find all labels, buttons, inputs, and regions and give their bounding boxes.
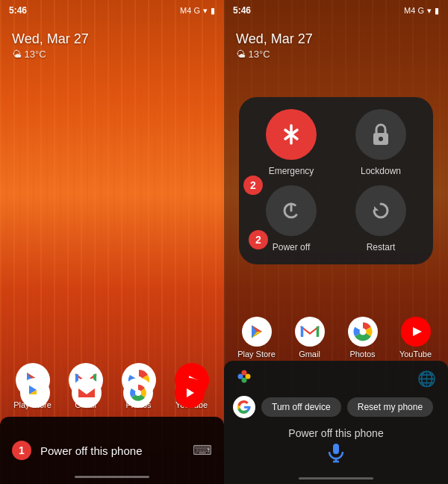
right-home-indicator: [299, 477, 373, 480]
svg-point-33: [246, 374, 251, 379]
partial-icon-2: [72, 378, 102, 408]
left-status-bar: 5:46 M4 G ▾ ▮: [0, 0, 224, 21]
right-weather: 🌤 13°C: [236, 49, 313, 60]
svg-point-34: [242, 378, 247, 383]
left-status-icons: M4 G ▾ ▮: [180, 6, 215, 16]
right-play-store[interactable]: Play Store: [235, 317, 279, 359]
left-keyboard-icon: ⌨: [193, 442, 212, 459]
svg-marker-14: [187, 388, 194, 397]
right-gmail-icon: [295, 317, 325, 347]
svg-point-16: [379, 137, 383, 141]
right-youtube-icon: [401, 317, 431, 347]
left-bottom-content: 1 Power off this phone ⌨: [12, 441, 212, 460]
emergency-btn[interactable]: Emergency: [251, 109, 332, 176]
right-gmail[interactable]: Gmail: [288, 317, 332, 359]
svg-point-13: [135, 390, 141, 396]
svg-marker-19: [374, 206, 379, 211]
poweroff-icon: [266, 185, 317, 236]
right-photos-label: Photos: [349, 350, 375, 359]
left-home-indicator: [75, 476, 149, 478]
right-date: Wed, Mar 27: [236, 31, 313, 47]
right-youtube[interactable]: YouTube: [394, 317, 438, 359]
right-play-store-icon: [242, 317, 272, 347]
left-step-badge: 1: [12, 441, 31, 460]
right-status-time: 5:46: [233, 5, 251, 16]
globe-icon[interactable]: 🌐: [417, 370, 436, 388]
partial-icon-4: [175, 378, 205, 408]
left-bottom-bar: 1 Power off this phone ⌨: [0, 417, 224, 484]
microphone-icon[interactable]: [224, 441, 448, 468]
right-play-store-label: Play Store: [237, 350, 276, 359]
svg-rect-35: [333, 444, 339, 454]
right-phone: 5:46 M4 G ▾ ▮ Wed, Mar 27 🌤 13°C Emergen…: [224, 0, 448, 484]
right-youtube-label: YouTube: [399, 350, 432, 359]
left-phone: 5:46 M4 G ▾ ▮ Wed, Mar 27 🌤 13°C Play St…: [0, 0, 224, 484]
svg-rect-26: [316, 326, 319, 337]
left-date-widget: Wed, Mar 27 🌤 13°C: [12, 31, 89, 60]
right-wifi-icon: ▾: [427, 6, 432, 16]
right-status-icons: M4 G ▾ ▮: [404, 6, 439, 16]
right-photos[interactable]: Photos: [341, 317, 385, 359]
step2-overlay-badge: 2: [249, 230, 268, 249]
partial-icon-3: [123, 378, 153, 408]
action-buttons-row: Turn off device Reset my phone: [224, 393, 448, 421]
left-date: Wed, Mar 27: [12, 31, 89, 47]
svg-point-32: [242, 370, 247, 376]
svg-point-28: [359, 329, 366, 335]
poweroff-label: Power off: [273, 242, 310, 252]
partial-icon-1: [20, 378, 50, 408]
svg-point-31: [238, 374, 243, 379]
left-weather: 🌤 13°C: [12, 49, 89, 60]
reset-my-phone-btn[interactable]: Reset my phone: [347, 397, 433, 417]
lockdown-icon: [355, 109, 406, 160]
google-g-button[interactable]: [233, 396, 255, 418]
step2-badge: 2: [243, 176, 263, 195]
power-menu: Emergency Lockdown 2 Power off: [239, 97, 433, 264]
right-photos-icon: [348, 317, 378, 347]
google-dots-icon: [236, 368, 252, 388]
assistant-row: 🌐: [224, 361, 448, 393]
right-app-row: Play Store Gmail Photos YouTube: [224, 317, 448, 359]
right-gmail-label: Gmail: [299, 350, 320, 359]
lockdown-btn[interactable]: Lockdown: [340, 109, 421, 176]
left-status-time: 5:46: [9, 5, 27, 16]
right-date-widget: Wed, Mar 27 🌤 13°C: [236, 31, 313, 60]
lockdown-label: Lockdown: [361, 166, 401, 176]
right-bottom-panel: 🌐 Turn off device Reset my phone Power o…: [224, 361, 448, 484]
restart-label: Restart: [367, 242, 396, 252]
emergency-icon: [266, 109, 317, 160]
right-status-bar: 5:46 M4 G ▾ ▮: [224, 0, 448, 21]
restart-icon: [355, 185, 406, 236]
turn-off-device-btn[interactable]: Turn off device: [261, 397, 341, 417]
left-bottom-text: Power off this phone: [40, 444, 142, 457]
left-partial-row: [0, 378, 224, 412]
battery-icon: ▮: [211, 6, 215, 16]
carrier-icon: M4 G: [180, 6, 200, 15]
wifi-icon: ▾: [203, 6, 208, 16]
right-carrier-icon: M4 G: [404, 6, 424, 15]
restart-btn[interactable]: Restart: [340, 185, 421, 252]
right-bottom-query: Power off this phone: [224, 421, 448, 441]
svg-rect-25: [300, 326, 303, 337]
right-battery-icon: ▮: [435, 6, 439, 16]
emergency-label: Emergency: [269, 166, 314, 176]
